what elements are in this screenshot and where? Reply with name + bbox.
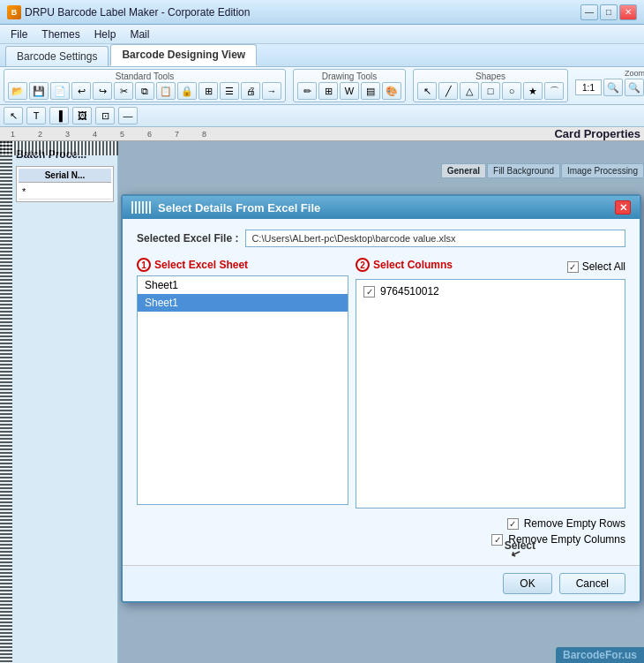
arrow-btn[interactable]: → (262, 82, 281, 100)
zoom-in-btn[interactable]: 🔍 (603, 79, 623, 96)
menu-help[interactable]: Help (87, 26, 124, 42)
shapes-label: Shapes (417, 72, 564, 81)
table-row: * (19, 185, 111, 200)
draw-btn2[interactable]: ⊞ (318, 82, 338, 100)
line-tool[interactable]: — (118, 107, 138, 124)
cut-btn[interactable]: ✂ (114, 82, 133, 100)
shape-curve[interactable]: ⌒ (544, 82, 564, 100)
shape-circle[interactable]: ○ (502, 82, 521, 100)
lock-btn[interactable]: 🔒 (177, 82, 197, 100)
shape-tri[interactable]: △ (460, 82, 479, 100)
shape-star[interactable]: ★ (523, 82, 543, 100)
barcode-tool[interactable]: ▐ (49, 107, 69, 124)
draw-btn4[interactable]: ▤ (361, 82, 380, 100)
toolbar-area: Standard Tools 📂 💾 📄 ↩ ↪ ✂ ⧉ 📋 🔒 ⊞ ☰ 🖨 →… (0, 67, 644, 105)
print-btn[interactable]: 🖨 (241, 82, 260, 100)
cancel-button[interactable]: Cancel (559, 573, 625, 594)
close-button[interactable]: ✕ (619, 4, 637, 20)
modal-titlebar: Select Details From Excel File ✕ (123, 196, 640, 219)
excel-sheet-section: 1 Select Excel Sheet Sheet1 Sheet1 (137, 258, 348, 509)
shape-line[interactable]: ╱ (438, 82, 458, 100)
redo-btn[interactable]: ↪ (93, 82, 112, 100)
shapes-buttons: ↖ ╱ △ □ ○ ★ ⌒ (417, 82, 564, 100)
menu-themes[interactable]: Themes (34, 26, 86, 42)
column-label-0: 9764510012 (380, 285, 439, 298)
toolbar-area2: ↖ T ▐ 🖼 ⊡ — (0, 105, 644, 127)
copy-btn[interactable]: ⧉ (135, 82, 154, 100)
sheet-list[interactable]: Sheet1 Sheet1 (137, 275, 348, 505)
open-btn[interactable]: 📂 (8, 82, 27, 100)
tab-barcode-designing[interactable]: Barcode Designing View (110, 44, 257, 66)
modal-close-button[interactable]: ✕ (615, 200, 631, 215)
title-bar-controls: — □ ✕ (580, 4, 637, 20)
image-tool[interactable]: 🖼 (72, 107, 92, 124)
modal-body: Selected Excel File : 1 Select Excel She… (123, 219, 640, 565)
zoom-out-btn[interactable]: 🔍 (625, 79, 644, 96)
zoom-aspect[interactable]: 1:1 (575, 79, 602, 95)
select-all-checkbox[interactable] (567, 261, 579, 273)
columns-section: 2 Select Columns Select All (356, 258, 625, 509)
minimize-button[interactable]: — (580, 4, 598, 20)
section1-num: 1 (137, 258, 151, 272)
sheet-item-1[interactable]: Sheet1 (138, 294, 348, 312)
remove-empty-rows-checkbox[interactable] (507, 518, 519, 530)
draw-btn5[interactable]: 🎨 (382, 82, 401, 100)
ruler-1: 1 (11, 130, 15, 139)
barcode-strip-left (0, 141, 12, 663)
maximize-button[interactable]: □ (600, 4, 618, 20)
select-details-modal: Select Details From Excel File ✕ Selecte… (121, 194, 641, 603)
file-label: Selected Excel File : (137, 232, 238, 245)
section1-label: Select Excel Sheet (154, 259, 248, 271)
app-icon: B (7, 5, 21, 19)
ruler-8: 8 (202, 130, 206, 139)
section2-label: Select Columns (373, 259, 453, 271)
sheet-item-0[interactable]: Sheet1 (138, 276, 348, 294)
main-area: Batch Proce... Serial N... * (0, 141, 644, 663)
drawing-tools-section: Drawing Tools ✏ ⊞ W ▤ 🎨 (293, 69, 406, 102)
ruler: 1 2 3 4 5 6 7 8 Card Properties (0, 127, 644, 141)
draw-btn3[interactable]: W (340, 82, 359, 100)
new-btn[interactable]: 📄 (50, 82, 70, 100)
ok-button[interactable]: OK (503, 573, 551, 594)
menu-file[interactable]: File (4, 26, 34, 42)
app-title: DRPU Barcode Label Maker - Corporate Edi… (25, 6, 250, 19)
zoom-label: Zoom (625, 69, 644, 78)
undo-btn[interactable]: ↩ (71, 82, 91, 100)
menu-mail[interactable]: Mail (123, 26, 156, 42)
select-tool[interactable]: ↖ (4, 107, 23, 124)
options-row: Remove Empty Rows Remove Empty Columns (137, 517, 625, 546)
columns-list[interactable]: 9764510012 (356, 279, 625, 509)
modal-title: Select Details From Excel File (158, 201, 320, 215)
remove-empty-cols-checkbox[interactable] (491, 534, 503, 546)
list-btn[interactable]: ☰ (220, 82, 239, 100)
text-tool[interactable]: T (26, 107, 46, 124)
save-btn[interactable]: 💾 (29, 82, 49, 100)
ruler-6: 6 (147, 130, 152, 139)
shape-rect[interactable]: □ (481, 82, 500, 100)
shape-arrow[interactable]: ↖ (417, 82, 437, 100)
modal-barcode-icon (131, 201, 153, 214)
standard-tools-label: Standard Tools (8, 72, 281, 81)
drawing-tools-label: Drawing Tools (297, 72, 401, 81)
column-item-0: 9764510012 (360, 283, 621, 299)
tab-barcode-settings[interactable]: Barcode Settings (5, 46, 109, 66)
shapes-section: Shapes ↖ ╱ △ □ ○ ★ ⌒ (413, 69, 568, 102)
column-checkbox-0[interactable] (363, 286, 375, 298)
standard-tools-section: Standard Tools 📂 💾 📄 ↩ ↪ ✂ ⧉ 📋 🔒 ⊞ ☰ 🖨 → (4, 69, 286, 102)
zoom-section: Zoom 1:1 🔍 🔍 100% 75% 150% (575, 69, 644, 102)
grid-btn[interactable]: ⊞ (198, 82, 218, 100)
draw-btn1[interactable]: ✏ (297, 82, 317, 100)
remove-empty-rows-label: Remove Empty Rows (524, 517, 625, 530)
zoom-controls: 1:1 🔍 🔍 100% 75% 150% (575, 79, 644, 96)
frame-tool[interactable]: ⊡ (95, 107, 115, 124)
ruler-5: 5 (120, 130, 124, 139)
option-remove-empty-rows: Remove Empty Rows (507, 517, 625, 530)
ruler-marks: 1 2 3 4 5 6 7 8 (11, 130, 229, 139)
canvas-area[interactable]: Select Details From Excel File ✕ Selecte… (118, 141, 644, 663)
paste-btn[interactable]: 📋 (156, 82, 176, 100)
section2-header: 2 Select Columns (356, 258, 453, 272)
tab-row: Barcode Settings Barcode Designing View (0, 44, 644, 67)
file-path-input[interactable] (245, 230, 625, 247)
sections-row: 1 Select Excel Sheet Sheet1 Sheet1 (137, 258, 625, 509)
section2-num: 2 (356, 258, 370, 272)
